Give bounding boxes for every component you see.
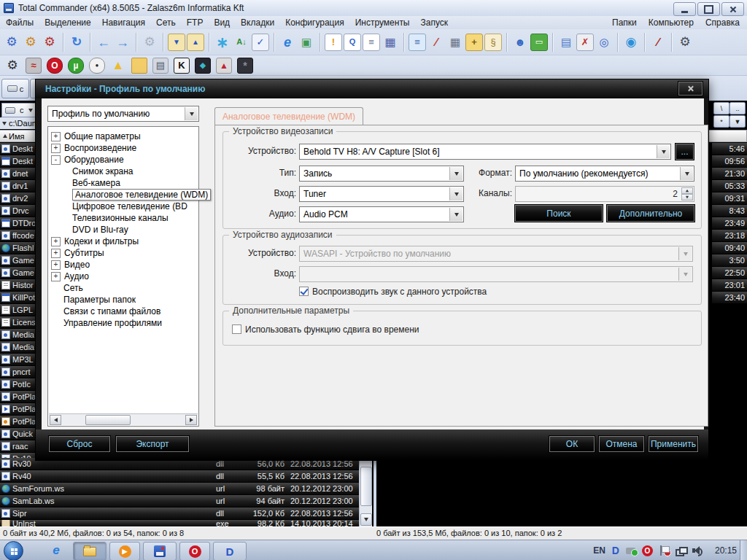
advanced-button[interactable]: Дополнительно <box>607 205 694 222</box>
tree-item[interactable]: Параметры папок <box>48 294 198 306</box>
pack-files-icon[interactable]: ▼ <box>168 34 185 51</box>
tree-item[interactable]: +Кодеки и фильтры <box>48 236 198 247</box>
file-row[interactable]: 22:50 <box>712 267 747 279</box>
usb-safely-remove-icon[interactable] <box>626 548 635 554</box>
tree-expand-icon[interactable]: + <box>51 249 61 258</box>
internet-explorer-icon[interactable]: e <box>279 34 296 51</box>
menu-item[interactable]: Вид <box>214 18 230 28</box>
file-row[interactable]: dnet <box>0 168 35 180</box>
play-sound-checkbox[interactable] <box>299 287 309 296</box>
red-pencil-icon[interactable]: ∕ <box>649 34 667 51</box>
video-device-combo[interactable]: Behold TV H8: A/V Capture [Slot 6] <box>299 144 671 160</box>
right-nav-button[interactable]: \ <box>713 102 729 114</box>
search-computer-icon[interactable]: ◎ <box>595 34 613 51</box>
file-row[interactable]: SamForum.wsurl98 байт20.12.2012 23:00 <box>0 483 359 495</box>
doc-compare-icon[interactable]: ≡ <box>363 34 380 51</box>
right-nav-button[interactable]: * <box>713 115 729 128</box>
file-row[interactable]: 23:40 <box>712 292 747 304</box>
menu-item[interactable]: Запуск <box>421 18 449 28</box>
kmplayer-icon[interactable]: K <box>174 58 190 74</box>
server-admin-icon[interactable]: ▤ <box>152 58 169 74</box>
user-account-icon[interactable]: ☻ <box>511 34 529 51</box>
start-button[interactable] <box>4 541 23 560</box>
tree-item[interactable]: Снимок экрана <box>48 166 198 177</box>
file-row[interactable]: PotPla <box>0 391 35 403</box>
refresh-icon[interactable]: ↻ <box>68 34 85 51</box>
spinner-down-arrow[interactable] <box>681 194 693 201</box>
back-arrow-icon[interactable]: ← <box>95 34 112 51</box>
volume-icon[interactable] <box>692 546 703 555</box>
menu-item[interactable]: Навигация <box>102 18 145 28</box>
menu-item[interactable]: FTP <box>187 18 204 28</box>
ok-button[interactable]: ОК <box>549 436 595 452</box>
config-gear-orange-icon[interactable]: ⚙ <box>22 34 39 51</box>
file-row[interactable]: Media <box>0 341 35 354</box>
file-row[interactable]: drv2 <box>0 192 35 205</box>
profile-combo[interactable]: Профиль по умолчанию <box>47 106 199 122</box>
file-row[interactable]: Game <box>0 254 35 267</box>
file-row[interactable]: DTDro <box>0 217 35 230</box>
menu-item[interactable]: Справка <box>705 18 740 28</box>
tree-item[interactable]: DVD и Blu-ray <box>48 224 198 236</box>
show-desktop-button[interactable] <box>740 540 747 560</box>
language-indicator[interactable]: EN <box>593 545 605 556</box>
menu-item[interactable]: Вкладки <box>241 18 274 28</box>
right-nav-button[interactable]: .. <box>729 102 746 114</box>
tree-item[interactable]: +Общие параметры <box>48 131 198 142</box>
scrollbar-down-arrow[interactable] <box>360 513 372 526</box>
tree-item[interactable]: +Воспроизведение <box>48 142 198 154</box>
menu-item[interactable]: Конфигурация <box>285 18 344 28</box>
file-row[interactable]: 09:56 <box>712 155 747 168</box>
file-row[interactable]: Deskt <box>0 155 35 168</box>
file-row[interactable]: 23:01 <box>712 279 747 292</box>
file-row[interactable]: drv1 <box>0 180 35 192</box>
file-row[interactable]: LGPL <box>0 304 35 316</box>
spinner-up-arrow[interactable] <box>681 187 693 194</box>
file-row[interactable]: Media <box>0 329 35 341</box>
network-icon[interactable] <box>676 547 686 555</box>
apply-button[interactable]: Применить <box>649 436 698 452</box>
tree-expand-icon[interactable]: + <box>51 260 61 270</box>
dark-media-app-icon[interactable]: ◆ <box>195 58 211 74</box>
file-row[interactable]: Siprdll152,0 Кб22.08.2013 12:56 <box>0 508 359 520</box>
tree-item[interactable]: +Видео <box>48 259 198 271</box>
file-row[interactable]: 23:49 <box>712 217 747 230</box>
file-row[interactable]: Rv40dll55,5 Кб22.08.2013 12:56 <box>0 470 359 483</box>
file-row[interactable]: PotPla <box>0 403 35 416</box>
file-row[interactable]: 05:33 <box>712 180 747 192</box>
channels-spinner[interactable]: 2 <box>515 186 694 202</box>
file-row[interactable]: 8:43 <box>712 205 747 217</box>
utorrent-icon[interactable]: µ <box>68 58 84 74</box>
config-gear-blue-icon[interactable]: ⚙ <box>3 34 20 51</box>
potplayer-tray-icon[interactable]: D <box>612 545 619 556</box>
timeshift-checkbox[interactable] <box>232 324 241 334</box>
file-row[interactable]: 09:31 <box>712 192 747 205</box>
tab-analog-tv[interactable]: Аналоговое телевидение (WDM) <box>214 107 363 125</box>
sort-az-icon[interactable]: A↓ <box>233 34 250 51</box>
daemon-tools-icon[interactable]: ▲ <box>110 58 126 74</box>
opera-browser-icon[interactable]: O <box>47 58 63 74</box>
file-row[interactable]: 09:40 <box>712 242 747 254</box>
menu-item[interactable]: Файлы <box>6 18 34 28</box>
file-row[interactable]: PotPla <box>0 416 35 428</box>
file-row[interactable]: MP3L <box>0 354 35 366</box>
potplayer-taskbar-button[interactable]: D <box>213 542 247 560</box>
windows-explorer-taskbar-button[interactable] <box>73 542 107 560</box>
dialog-close-button[interactable] <box>678 82 703 96</box>
file-row[interactable]: Quick <box>0 428 35 440</box>
video-config-gear-icon[interactable]: ⚙ <box>4 58 20 74</box>
audio-combo[interactable]: Audio PCM <box>299 206 464 222</box>
reset-button[interactable]: Сброс <box>49 436 110 452</box>
scrollbar-left-arrow[interactable] <box>50 415 61 425</box>
file-row[interactable]: pncrt <box>0 366 35 378</box>
file-row[interactable]: Flashl <box>0 242 35 254</box>
file-row[interactable]: raac <box>0 440 35 453</box>
tree-item[interactable]: Цифровое телевидение (BD <box>48 201 198 212</box>
file-row[interactable]: 23:18 <box>712 230 747 242</box>
notepad-icon[interactable]: ≡ <box>409 34 426 51</box>
tree-item[interactable]: +Аудио <box>48 271 198 282</box>
left-drive-combo[interactable]: c <box>1 103 38 117</box>
freeze-snowflake-icon[interactable]: ∗ <box>214 34 231 51</box>
input-combo[interactable]: Tuner <box>299 186 464 202</box>
file-row[interactable]: Game <box>0 267 35 279</box>
